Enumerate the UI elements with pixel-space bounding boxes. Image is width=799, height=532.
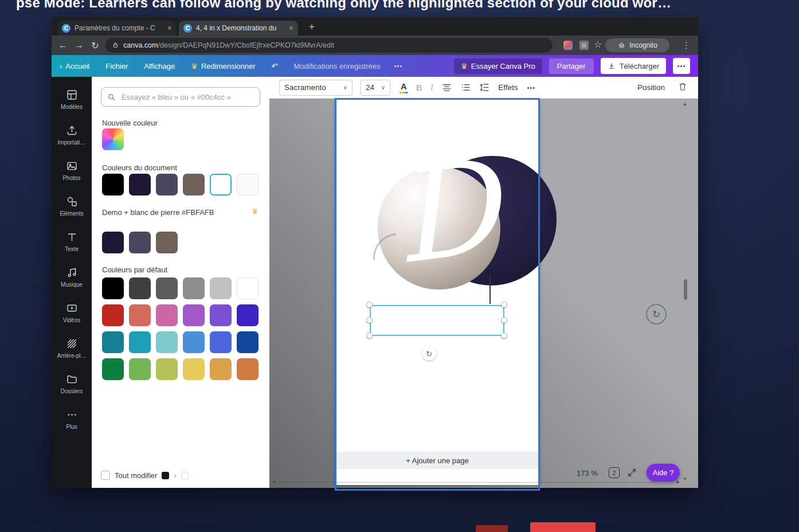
url-field[interactable]: canva.com/design/DAEPqN91DwY/CbofEjfrxeC…	[105, 38, 553, 53]
color-swatch[interactable]	[102, 331, 124, 353]
browser-tab-settings[interactable]: C Paramètres du compte - C ×	[57, 21, 177, 36]
selection-handle-ml[interactable]	[366, 317, 373, 323]
spacing-button[interactable]	[479, 82, 490, 93]
position-button[interactable]: Position	[637, 83, 665, 92]
color-swatch[interactable]	[183, 174, 205, 195]
color-swatch[interactable]	[237, 304, 258, 326]
sidebar-item-photos[interactable]: Photos	[52, 152, 92, 188]
color-swatch[interactable]	[102, 174, 124, 195]
font-family-select[interactable]: Sacramento ∨	[279, 80, 352, 96]
close-tab-icon[interactable]: ×	[167, 24, 172, 32]
list-button[interactable]	[460, 82, 471, 93]
color-swatch[interactable]	[210, 331, 232, 353]
download-button[interactable]: Télécharger	[601, 58, 666, 74]
resize-button[interactable]: ♛ Redimensionner	[191, 62, 255, 71]
refresh-button[interactable]: ↻	[646, 304, 667, 324]
scroll-right-icon[interactable]: ▶	[676, 480, 680, 484]
extension-icon-2[interactable]	[579, 41, 589, 50]
sidebar-item-uploads[interactable]: Importati…	[52, 117, 92, 152]
page-count-button[interactable]: 2	[609, 467, 620, 478]
toolbar-more-icon[interactable]: •••	[527, 84, 535, 91]
design-page[interactable]: D ↻ + Ajouter une page	[335, 100, 540, 485]
color-swatch[interactable]	[129, 358, 151, 380]
color-swatch[interactable]	[129, 304, 151, 326]
sidebar-item-elements[interactable]: Éléments	[52, 188, 92, 224]
sidebar-item-text[interactable]: Texte	[52, 224, 92, 259]
new-tab-button[interactable]: +	[306, 21, 318, 33]
help-button[interactable]: Aide ?	[647, 464, 680, 482]
color-swatch[interactable]	[156, 232, 178, 253]
color-swatch[interactable]	[183, 358, 205, 380]
selection-handle-br[interactable]	[501, 332, 507, 339]
scroll-left-icon[interactable]: ◀	[272, 480, 275, 484]
slide-button-secondary[interactable]	[476, 525, 508, 532]
color-swatch[interactable]	[210, 358, 232, 380]
color-search[interactable]	[101, 87, 260, 107]
selection-handle-tl[interactable]	[366, 302, 373, 308]
sidebar-item-more[interactable]: Plus	[52, 401, 92, 437]
share-button[interactable]: Partager	[549, 58, 594, 74]
color-swatch[interactable]	[102, 277, 124, 299]
browser-tab-design[interactable]: C 4, 4 in x Demonstration du ×	[179, 21, 298, 36]
header-more-icon[interactable]: •••	[394, 62, 403, 69]
close-tab-icon[interactable]: ×	[289, 24, 293, 32]
selection-handle-mr[interactable]	[501, 317, 507, 323]
color-swatch[interactable]	[237, 331, 258, 353]
color-swatch[interactable]	[102, 358, 124, 380]
font-size-select[interactable]: 24 ∨	[361, 80, 390, 96]
color-swatch[interactable]	[237, 174, 258, 195]
selected-text-box[interactable]	[370, 305, 504, 336]
italic-button[interactable]: I	[430, 83, 433, 93]
color-swatch[interactable]	[183, 277, 205, 299]
search-input[interactable]	[120, 92, 254, 102]
color-swatch[interactable]	[183, 304, 205, 326]
color-swatch[interactable]	[210, 304, 232, 326]
back-icon[interactable]: ←	[55, 40, 71, 50]
selection-handle-bl[interactable]	[366, 332, 373, 339]
try-pro-button[interactable]: ♛ Essayer Canva Pro	[454, 58, 542, 74]
add-new-color-swatch[interactable]	[102, 128, 124, 150]
modify-all-checkbox[interactable]	[101, 471, 110, 480]
color-swatch[interactable]	[129, 232, 151, 253]
bookmark-star-icon[interactable]: ☆	[594, 39, 602, 50]
scroll-up-icon[interactable]: ▲	[683, 102, 687, 107]
delete-icon[interactable]	[677, 81, 688, 94]
slide-button-primary[interactable]	[530, 522, 596, 532]
scroll-down-icon[interactable]: ▼	[683, 477, 687, 482]
reload-icon[interactable]: ↻	[87, 40, 103, 51]
vertical-scrollbar-thumb[interactable]	[684, 279, 687, 300]
add-page-button[interactable]: + Ajouter une page	[335, 452, 539, 469]
rotate-handle[interactable]: ↻	[422, 346, 436, 361]
header-overflow-button[interactable]: •••	[673, 58, 690, 74]
color-swatch-selected[interactable]	[210, 174, 232, 195]
forward-icon[interactable]: →	[71, 40, 87, 50]
sidebar-item-music[interactable]: Musique	[52, 259, 92, 295]
sidebar-item-background[interactable]: Arrière-pl…	[52, 330, 92, 366]
color-swatch[interactable]	[156, 174, 178, 195]
color-swatch[interactable]	[129, 174, 151, 195]
file-menu[interactable]: Fichier	[105, 62, 128, 71]
color-swatch[interactable]	[237, 277, 258, 299]
effects-button[interactable]: Effets	[498, 83, 518, 92]
bold-button[interactable]: B	[416, 83, 422, 92]
color-swatch[interactable]	[156, 277, 178, 299]
color-swatch[interactable]	[183, 331, 205, 353]
text-color-button[interactable]: A	[399, 82, 408, 93]
color-swatch[interactable]	[129, 277, 151, 299]
selection-handle-tr[interactable]	[501, 302, 507, 308]
fullscreen-icon[interactable]	[627, 468, 637, 478]
sidebar-item-templates[interactable]: Modèles	[52, 81, 92, 117]
color-swatch[interactable]	[129, 331, 151, 353]
view-menu[interactable]: Affichage	[144, 62, 175, 71]
design-canvas[interactable]: D ↻ + Ajouter une page ↻ 173 %	[269, 99, 698, 488]
color-swatch[interactable]	[237, 358, 258, 380]
color-swatch[interactable]	[156, 358, 178, 380]
line-element[interactable]	[489, 275, 491, 304]
color-swatch[interactable]	[156, 331, 178, 353]
extension-icon[interactable]	[563, 41, 573, 50]
color-swatch[interactable]	[102, 232, 124, 253]
sidebar-item-videos[interactable]: Vidéos	[52, 295, 92, 330]
undo-button[interactable]: ↶	[272, 62, 278, 71]
color-swatch[interactable]	[156, 304, 178, 326]
zoom-level[interactable]: 173 %	[577, 469, 598, 478]
